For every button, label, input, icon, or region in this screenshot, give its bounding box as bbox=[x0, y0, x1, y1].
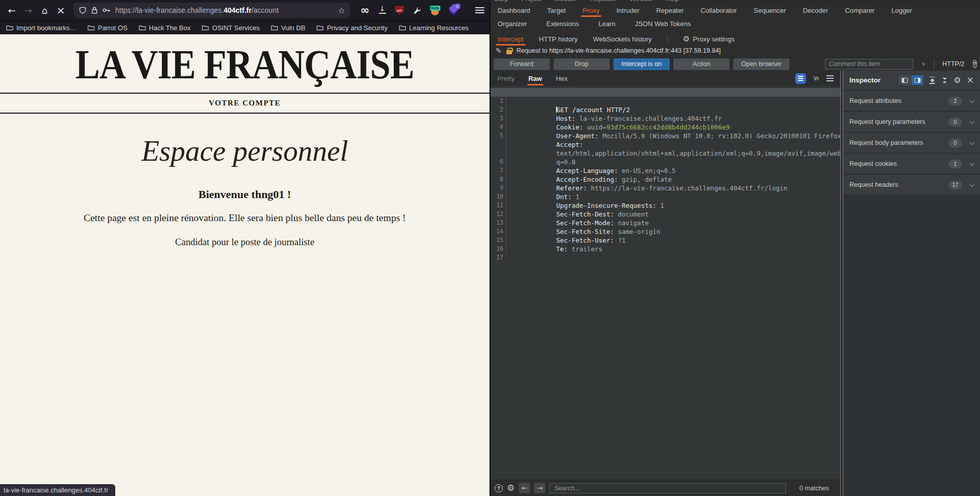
site-masthead[interactable]: LA VIE FRANÇAISE bbox=[7, 41, 482, 89]
request-line[interactable]: 10 Upgrade-Insecure-Requests: 1 bbox=[491, 184, 840, 192]
secondary-tab[interactable]: Extensions bbox=[546, 17, 579, 30]
help-icon[interactable]: ? bbox=[973, 60, 977, 68]
search-prev-icon[interactable]: ← bbox=[519, 483, 530, 493]
main-tab[interactable]: Dashboard bbox=[498, 4, 530, 17]
main-tab[interactable]: Target bbox=[547, 4, 566, 17]
ublock-icon[interactable]: uO bbox=[395, 6, 404, 15]
expand-all-icon[interactable] bbox=[929, 77, 935, 84]
intercept-action-button[interactable]: Intercept is on bbox=[613, 58, 670, 70]
intercept-action-button[interactable]: Open browser bbox=[733, 58, 790, 70]
main-tab[interactable]: Collaborator bbox=[700, 4, 737, 17]
bookmark-item[interactable]: Vuln DB bbox=[271, 24, 305, 32]
downloads-icon[interactable]: ↓ bbox=[378, 6, 387, 15]
bookmark-item[interactable]: Hack The Box bbox=[139, 24, 190, 32]
proxy-subtab[interactable]: WebSockets history bbox=[593, 32, 652, 46]
proxy-subtab[interactable]: HTTP history bbox=[539, 32, 578, 46]
feather-icon[interactable] bbox=[922, 59, 926, 69]
request-line[interactable]: 13 Sec-Fetch-Site: same-origin bbox=[491, 210, 840, 219]
main-tab[interactable]: Decoder bbox=[803, 4, 828, 17]
chevron-down-icon[interactable] bbox=[970, 182, 975, 187]
bookmark-item[interactable]: OSINT Services bbox=[202, 24, 260, 32]
request-line[interactable]: 2 Host: la-vie-francaise.challenges.404c… bbox=[491, 97, 840, 105]
request-line[interactable]: 8 Referer: https://la-vie-francaise.chal… bbox=[491, 166, 840, 175]
search-input[interactable] bbox=[549, 483, 786, 493]
bookmark-item[interactable]: Import bookmarks… bbox=[6, 24, 76, 32]
menubar-item[interactable]: Window bbox=[630, 0, 652, 3]
menubar-item[interactable]: Project bbox=[521, 0, 541, 3]
dock-right-icon[interactable] bbox=[911, 75, 923, 85]
shield-icon[interactable] bbox=[79, 6, 87, 14]
chevron-down-icon[interactable] bbox=[970, 119, 975, 124]
request-line[interactable]: 16 bbox=[491, 236, 840, 245]
newline-toggle-icon[interactable]: \n bbox=[814, 75, 819, 82]
bookmark-item[interactable]: Parrot OS bbox=[88, 24, 127, 32]
request-line[interactable]: 11 Sec-Fetch-Dest: document bbox=[491, 192, 840, 201]
search-help-icon[interactable]: ? bbox=[495, 484, 503, 492]
proxy-settings-tab[interactable]: ⚙ Proxy settings bbox=[683, 32, 735, 46]
main-tab[interactable]: Sequencer bbox=[754, 4, 786, 17]
key-icon[interactable] bbox=[102, 7, 111, 13]
secondary-tab[interactable]: Organizer bbox=[498, 17, 527, 30]
request-line[interactable]: 9 Dnt: 1 bbox=[491, 175, 840, 184]
account-nav-label[interactable]: VOTRE COMPTE bbox=[0, 94, 489, 113]
lock-icon[interactable] bbox=[91, 7, 98, 14]
request-line[interactable]: 3 Cookie: uuid=93d75c6682cc42dd8b4dd244c… bbox=[491, 105, 840, 114]
secondary-tab[interactable]: Learn bbox=[599, 17, 615, 30]
menubar-item[interactable]: Intruder bbox=[555, 0, 577, 3]
search-settings-icon[interactable]: ⚙ bbox=[507, 484, 515, 492]
request-line[interactable]: 5 Accept: bbox=[491, 123, 840, 132]
editor-menu-icon[interactable] bbox=[826, 75, 834, 81]
dock-left-icon[interactable] bbox=[899, 75, 910, 85]
intercept-action-button[interactable]: Forward bbox=[494, 58, 550, 70]
menubar-item[interactable]: Repeater bbox=[590, 0, 616, 3]
chevron-down-icon[interactable] bbox=[970, 140, 975, 145]
main-tab[interactable]: Logger bbox=[891, 4, 912, 17]
request-line[interactable]: 12 Sec-Fetch-Mode: navigate bbox=[491, 201, 840, 210]
request-line[interactable]: 6 Accept-Language: en-US,en;q=0.5 bbox=[491, 149, 840, 158]
url-bar[interactable]: https://la-vie-francaise.challenges.404c… bbox=[74, 3, 350, 18]
home-icon[interactable]: ⌂ bbox=[38, 4, 51, 17]
inspector-settings-icon[interactable]: ⚙ bbox=[953, 76, 961, 84]
stop-icon[interactable]: × bbox=[54, 4, 68, 17]
proxy-subtab[interactable]: Intercept bbox=[498, 32, 524, 46]
forward-button-icon[interactable]: → bbox=[22, 4, 35, 17]
request-line[interactable]: 14 Sec-Fetch-User: ?1 bbox=[491, 219, 840, 227]
bookmark-star-icon[interactable]: ☆ bbox=[338, 6, 345, 15]
secondary-tab[interactable]: JSON Web Tokens bbox=[635, 17, 691, 30]
foxyproxy-icon[interactable]: ∞ bbox=[360, 5, 370, 15]
prettify-icon[interactable] bbox=[795, 73, 806, 84]
intercept-action-button[interactable]: Action bbox=[673, 58, 730, 70]
main-tab[interactable]: Repeater bbox=[656, 4, 684, 17]
editor-view-tab[interactable]: Hex bbox=[556, 71, 568, 86]
main-tab[interactable]: Comparer bbox=[845, 4, 875, 17]
menubar-item[interactable]: Help bbox=[666, 0, 679, 3]
editor-view-tab[interactable]: Pretty bbox=[497, 71, 515, 86]
request-line[interactable]: 7 Accept-Encoding: gzip, deflate bbox=[491, 158, 840, 166]
chevron-down-icon[interactable] bbox=[970, 161, 975, 166]
inspector-close-icon[interactable]: × bbox=[967, 76, 974, 84]
request-line[interactable]: 15 Te: trailers bbox=[491, 227, 840, 236]
menu-icon[interactable] bbox=[475, 7, 484, 13]
comment-input[interactable] bbox=[825, 59, 913, 70]
inspector-section[interactable]: Request headers 17 bbox=[843, 175, 980, 195]
url-text[interactable]: https://la-vie-francaise.challenges.404c… bbox=[115, 6, 279, 14]
request-text-area[interactable]: 1 GET /account HTTP/2 2 Host: la-vie-fra… bbox=[491, 86, 840, 253]
inspector-section[interactable]: Request query parameters 0 bbox=[843, 112, 980, 132]
wrench-icon[interactable] bbox=[413, 6, 421, 15]
main-tab[interactable]: Proxy bbox=[583, 4, 600, 17]
burp-extension-icon[interactable]: burp bbox=[430, 6, 440, 15]
intercept-action-button[interactable]: Drop bbox=[553, 58, 610, 70]
inspector-section[interactable]: Request body parameters 0 bbox=[843, 133, 980, 153]
chevron-down-icon[interactable] bbox=[970, 98, 975, 103]
inspector-section[interactable]: Request attributes 2 bbox=[843, 91, 980, 111]
request-line[interactable]: q=0.8 bbox=[491, 140, 840, 149]
search-next-icon[interactable]: → bbox=[534, 483, 545, 493]
journalist-link[interactable]: Candidat pour le poste de journaliste bbox=[175, 237, 314, 248]
inspector-section[interactable]: Request cookies 1 bbox=[843, 154, 980, 174]
request-line[interactable]: 1 GET /account HTTP/2 bbox=[491, 88, 840, 97]
editor-view-tab[interactable]: Raw bbox=[528, 71, 542, 86]
back-button-icon[interactable]: ← bbox=[5, 4, 18, 17]
main-tab[interactable]: Intruder bbox=[616, 4, 640, 17]
bookmark-item[interactable]: Learning Resources bbox=[399, 24, 468, 32]
menubar-item[interactable]: Burp bbox=[495, 0, 508, 3]
